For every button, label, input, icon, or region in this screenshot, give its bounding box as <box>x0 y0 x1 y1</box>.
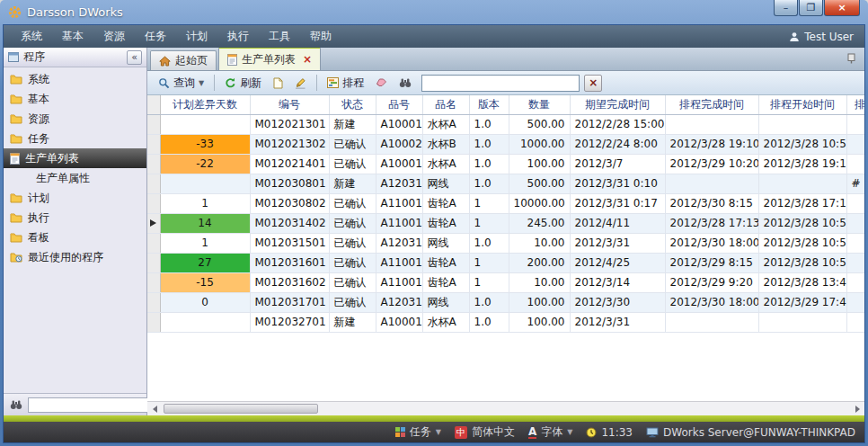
grid-cell[interactable]: 14 <box>160 213 250 233</box>
grid-cell[interactable] <box>160 312 250 332</box>
grid-cell[interactable] <box>160 114 250 134</box>
row-indicator[interactable] <box>147 154 160 174</box>
grid-cell[interactable]: M012021302 <box>250 134 329 154</box>
grid-cell[interactable] <box>846 114 864 134</box>
menu-item[interactable]: 计划 <box>176 25 217 48</box>
grid-cell[interactable]: 新建 <box>329 312 376 332</box>
grid-column-header[interactable]: 编号 <box>250 95 329 114</box>
grid-cell[interactable] <box>846 154 864 174</box>
scroll-left-button[interactable] <box>147 403 162 415</box>
grid-cell[interactable]: 1.0 <box>469 134 509 154</box>
grid-cell[interactable]: 水杯A <box>422 312 469 332</box>
grid-cell[interactable]: -33 <box>160 134 250 154</box>
grid-cell[interactable]: 2012/3/28 10:52 <box>758 253 846 272</box>
status-font[interactable]: A 字体 ▼ <box>528 424 572 440</box>
close-button[interactable]: × <box>824 0 860 16</box>
menu-item[interactable]: 系统 <box>11 25 52 48</box>
status-tasks[interactable]: 任务 ▼ <box>395 424 441 440</box>
grid-cell[interactable]: 500.00 <box>509 174 570 193</box>
sidebar-item[interactable]: 最近使用的程序 <box>4 247 146 267</box>
grid-cell[interactable]: 500.00 <box>509 114 570 134</box>
menu-item[interactable]: 工具 <box>259 25 300 48</box>
grid-cell[interactable]: 齿轮A <box>422 213 469 233</box>
row-indicator[interactable] <box>147 312 160 332</box>
grid-cell[interactable]: 2012/3/29 9:20 <box>665 272 758 292</box>
row-indicator[interactable] <box>147 292 160 312</box>
grid-cell[interactable]: 2012/3/14 <box>570 272 665 292</box>
grid-cell[interactable]: A10001 <box>376 312 422 332</box>
grid-column-header[interactable]: 期望完成时间 <box>570 95 665 114</box>
grid-cell[interactable]: A12031 <box>376 292 422 312</box>
maximize-button[interactable]: ❐ <box>799 0 823 16</box>
clear-filter-button[interactable]: × <box>584 75 602 92</box>
grid-cell[interactable]: 齿轮A <box>422 193 469 213</box>
row-indicator[interactable] <box>147 134 160 154</box>
user-indicator[interactable]: Test User <box>789 31 857 43</box>
grid-cell[interactable]: 2012/3/28 19:10 <box>665 134 758 154</box>
grid-cell[interactable]: 2012/4/25 <box>570 253 665 272</box>
grid-column-header[interactable]: 版本 <box>469 95 509 114</box>
grid-column-header[interactable]: 数量 <box>509 95 570 114</box>
grid-cell[interactable]: 网线 <box>422 233 469 253</box>
grid-cell[interactable]: 2012/3/30 8:15 <box>665 193 758 213</box>
grid-cell[interactable]: 2012/3/7 <box>570 154 665 174</box>
grid-cell[interactable]: 2012/3/31 0:10 <box>570 174 665 193</box>
grid-cell[interactable]: 2012/3/28 19:10 <box>758 154 846 174</box>
sidebar-item[interactable]: 看板 <box>4 227 146 247</box>
grid-cell[interactable]: 新建 <box>329 174 376 193</box>
grid-cell[interactable]: 2012/3/28 10:52 <box>758 233 846 253</box>
grid-column-header[interactable]: 计划差异天数 <box>160 95 250 114</box>
grid-cell[interactable]: A10001 <box>376 114 422 134</box>
grid-cell[interactable]: 水杯A <box>422 154 469 174</box>
grid-cell[interactable]: 已确认 <box>329 272 376 292</box>
row-indicator[interactable] <box>147 253 160 272</box>
grid-cell[interactable]: 10.00 <box>509 272 570 292</box>
grid-cell[interactable] <box>846 253 864 272</box>
grid-cell[interactable] <box>160 174 250 193</box>
grid-column-header[interactable]: 排程完成时间 <box>665 95 758 114</box>
grid-cell[interactable]: 2012/2/24 8:00 <box>570 134 665 154</box>
grid-cell[interactable]: M012032701 <box>250 312 329 332</box>
grid-column-header[interactable]: 排程开始时间 <box>758 95 846 114</box>
sidebar-item[interactable]: 计划 <box>4 188 146 208</box>
grid-cell[interactable]: A11001 <box>376 253 422 272</box>
horizontal-scrollbar[interactable] <box>147 401 864 415</box>
grid-cell[interactable]: M012030802 <box>250 193 329 213</box>
status-server[interactable]: DWorks Server@FUNWAY-THINKPAD <box>646 426 855 439</box>
grid-cell[interactable]: 10000.00 <box>509 193 570 213</box>
grid-cell[interactable]: M012031501 <box>250 233 329 253</box>
filter-input[interactable] <box>421 75 580 92</box>
grid-cell[interactable]: 2012/3/30 18:00 <box>665 292 758 312</box>
grid-cell[interactable]: 10.00 <box>509 233 570 253</box>
grid-cell[interactable]: 2012/3/29 8:15 <box>665 253 758 272</box>
grid-cell[interactable] <box>758 114 846 134</box>
grid-cell[interactable]: A11001 <box>376 213 422 233</box>
grid-cell[interactable]: 2012/3/28 17:13 <box>665 213 758 233</box>
grid-cell[interactable] <box>846 134 864 154</box>
grid-cell[interactable]: 1 <box>469 193 509 213</box>
grid-cell[interactable]: 1.0 <box>469 114 509 134</box>
grid-cell[interactable]: 2012/3/29 10:20 <box>665 154 758 174</box>
title-bar[interactable]: Darsson DWorks – ❐ × <box>3 0 865 24</box>
grid-cell[interactable]: 100.00 <box>509 154 570 174</box>
sidebar-item[interactable]: 系统 <box>4 69 146 89</box>
grid-cell[interactable]: 齿轮A <box>422 272 469 292</box>
grid-cell[interactable]: 245.00 <box>509 213 570 233</box>
grid-cell[interactable]: M012031601 <box>250 253 329 272</box>
grid-cell[interactable] <box>758 174 846 193</box>
grid-column-header[interactable]: 状态 <box>329 95 376 114</box>
grid-cell[interactable]: 2012/3/28 10:52 <box>758 134 846 154</box>
grid-cell[interactable] <box>846 272 864 292</box>
grid-cell[interactable] <box>846 233 864 253</box>
menu-item[interactable]: 基本 <box>52 25 93 48</box>
grid-cell[interactable]: M012031602 <box>250 272 329 292</box>
grid-cell[interactable]: 2012/3/28 17:13 <box>758 193 846 213</box>
row-indicator[interactable] <box>147 114 160 134</box>
grid-cell[interactable]: M012021301 <box>250 114 329 134</box>
grid-cell[interactable]: 1.0 <box>469 233 509 253</box>
grid-cell[interactable]: 齿轮A <box>422 253 469 272</box>
menu-item[interactable]: 任务 <box>135 25 176 48</box>
grid-cell[interactable]: 100.00 <box>509 312 570 332</box>
grid-cell[interactable]: 1 <box>469 272 509 292</box>
find-button[interactable] <box>394 76 416 90</box>
